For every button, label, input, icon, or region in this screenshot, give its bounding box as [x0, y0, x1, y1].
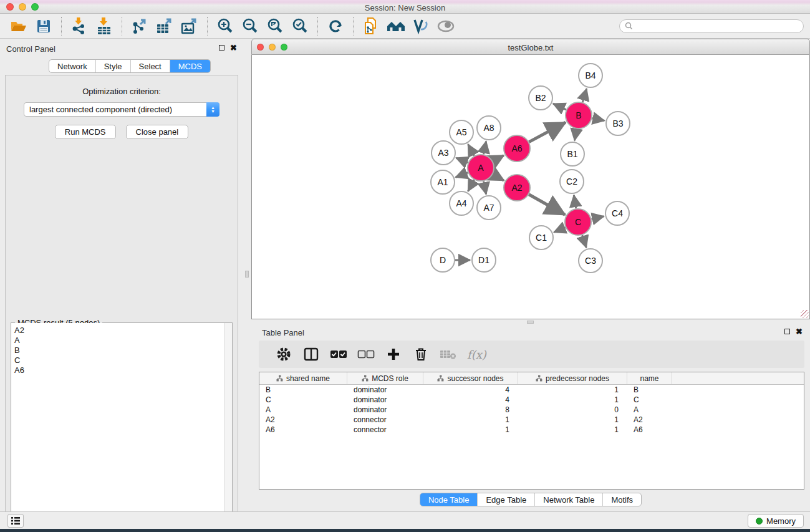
zoom-in-icon[interactable] — [213, 16, 238, 37]
graph-edge-C-C2[interactable] — [574, 195, 576, 209]
select-all-icon[interactable] — [325, 342, 352, 366]
graph-edge-A-A5[interactable] — [468, 144, 475, 155]
column-header-predecessor-nodes[interactable]: predecessor nodes — [518, 372, 627, 384]
add-column-icon[interactable] — [380, 342, 407, 366]
memory-button[interactable]: Memory — [748, 514, 804, 528]
table-row[interactable]: A2connector11A2 — [259, 415, 804, 425]
mcds-result-list[interactable]: A2ABCA6 — [11, 323, 225, 532]
export-table-icon[interactable] — [152, 16, 177, 37]
table-row[interactable]: Cdominator41C — [259, 395, 804, 405]
graph-node-B2[interactable]: B2 — [529, 86, 552, 110]
graph-edge-A-A3[interactable] — [456, 158, 468, 163]
graph-node-C[interactable]: C — [565, 209, 591, 235]
result-item[interactable]: C — [11, 355, 225, 365]
graph-node-D1[interactable]: D1 — [472, 248, 496, 272]
graph-node-A4[interactable]: A4 — [450, 191, 473, 215]
graph-node-A3[interactable]: A3 — [432, 141, 455, 165]
home-layout-icon[interactable] — [383, 16, 408, 37]
graph-node-A5[interactable]: A5 — [450, 120, 473, 144]
open-file-icon[interactable] — [6, 16, 31, 37]
graph-node-A2[interactable]: A2 — [504, 175, 530, 201]
delete-column-icon[interactable] — [407, 342, 435, 366]
column-header-MCDS-role[interactable]: MCDS role — [347, 372, 423, 384]
graph-node-A1[interactable]: A1 — [431, 170, 455, 194]
result-item[interactable]: A — [11, 336, 225, 346]
close-table-panel-icon[interactable]: ✖ — [796, 329, 803, 334]
graph-edge-B-B1[interactable] — [575, 129, 577, 141]
result-scrollbar[interactable] — [224, 323, 232, 532]
show-hide-icon[interactable] — [433, 16, 458, 37]
table-settings-icon[interactable] — [270, 342, 297, 366]
style-preview-icon[interactable] — [408, 16, 433, 37]
task-history-button[interactable] — [7, 514, 24, 528]
result-item[interactable]: A2 — [11, 326, 225, 336]
zoom-fit-icon[interactable] — [263, 16, 287, 37]
graph-edge-B-B4[interactable] — [582, 89, 586, 102]
zoom-out-icon[interactable] — [238, 16, 263, 37]
graph-edge-A-A2[interactable] — [493, 175, 504, 181]
column-header-shared-name[interactable]: shared name — [259, 372, 347, 384]
vertical-splitter[interactable] — [243, 39, 251, 511]
tab-style[interactable]: Style — [96, 60, 131, 72]
zoom-selected-icon[interactable] — [287, 16, 312, 37]
tab-motifs[interactable]: Motifs — [603, 493, 641, 506]
graph-edge-A-A4[interactable] — [468, 180, 475, 191]
refresh-icon[interactable] — [323, 16, 348, 37]
criterion-dropdown[interactable]: largest connected component (directed) ▲… — [24, 102, 219, 117]
graph-edge-B-B3[interactable] — [592, 118, 605, 120]
graph-edge-A-A8[interactable] — [483, 142, 486, 155]
graph-node-A8[interactable]: A8 — [477, 116, 501, 140]
graph-node-A[interactable]: A — [468, 155, 494, 181]
graph-node-B3[interactable]: B3 — [606, 112, 630, 135]
result-item[interactable]: B — [11, 346, 225, 355]
toolbar-search[interactable] — [619, 19, 804, 33]
graph-edge-C-C1[interactable] — [554, 228, 565, 233]
column-header-name[interactable]: name — [627, 372, 672, 384]
graph-node-B4[interactable]: B4 — [579, 64, 602, 87]
close-panel-button[interactable]: Close panel — [126, 125, 189, 139]
graph-node-B[interactable]: B — [566, 102, 592, 128]
tab-edge-table[interactable]: Edge Table — [478, 493, 535, 506]
network-window-titlebar[interactable]: testGlobe.txt — [251, 39, 810, 55]
column-header-successor-nodes[interactable]: successor nodes — [423, 372, 518, 384]
show-columns-icon[interactable] — [297, 342, 325, 366]
export-network-icon[interactable] — [127, 16, 152, 37]
search-input[interactable] — [636, 22, 798, 31]
graph-edge-A-A7[interactable] — [483, 181, 486, 195]
graph-node-C2[interactable]: C2 — [560, 170, 584, 193]
table-row[interactable]: Adominator80A — [259, 405, 804, 415]
run-mcds-button[interactable]: Run MCDS — [55, 125, 116, 139]
tab-select[interactable]: Select — [131, 60, 170, 72]
table-row[interactable]: Bdominator41B — [259, 385, 804, 395]
save-session-icon[interactable] — [31, 16, 56, 37]
graph-node-C3[interactable]: C3 — [579, 249, 602, 273]
clone-network-icon[interactable] — [359, 16, 383, 37]
float-panel-icon[interactable] — [219, 45, 224, 51]
tab-node-table[interactable]: Node Table — [420, 493, 478, 506]
graph-node-A7[interactable]: A7 — [477, 196, 501, 220]
import-table-icon[interactable] — [92, 16, 117, 37]
graph-node-A6[interactable]: A6 — [504, 135, 530, 162]
graph-edge-A-A1[interactable] — [456, 173, 468, 177]
network-canvas[interactable]: B4B2BB3A8A5A6A3B1AA1C2A2A4A7C4CC1C3DD1 — [251, 55, 810, 319]
horizontal-splitter-grip[interactable] — [527, 321, 534, 324]
graph-node-C1[interactable]: C1 — [529, 226, 553, 249]
table-row[interactable]: A6connector11A6 — [259, 425, 804, 435]
import-network-icon[interactable] — [67, 16, 92, 37]
graph-node-B1[interactable]: B1 — [561, 142, 584, 166]
function-builder-icon[interactable]: f(x) — [467, 348, 486, 361]
graph-edge-A-A6[interactable] — [493, 155, 503, 161]
graph-node-C4[interactable]: C4 — [605, 201, 629, 225]
splitter-grip[interactable] — [245, 271, 249, 278]
graph-edge-C-C4[interactable] — [591, 216, 604, 219]
graph-node-D[interactable]: D — [431, 248, 455, 272]
close-panel-icon[interactable]: ✖ — [230, 45, 237, 51]
graph-edge-B-B2[interactable] — [553, 104, 566, 110]
tab-mcds[interactable]: MCDS — [170, 60, 210, 72]
deselect-all-icon[interactable] — [352, 342, 380, 366]
delete-table-icon[interactable] — [435, 342, 462, 366]
graph-edge-C-C3[interactable] — [582, 235, 586, 248]
tab-network-table[interactable]: Network Table — [535, 493, 603, 506]
result-item[interactable]: A6 — [11, 365, 225, 375]
float-table-panel-icon[interactable] — [784, 329, 790, 334]
